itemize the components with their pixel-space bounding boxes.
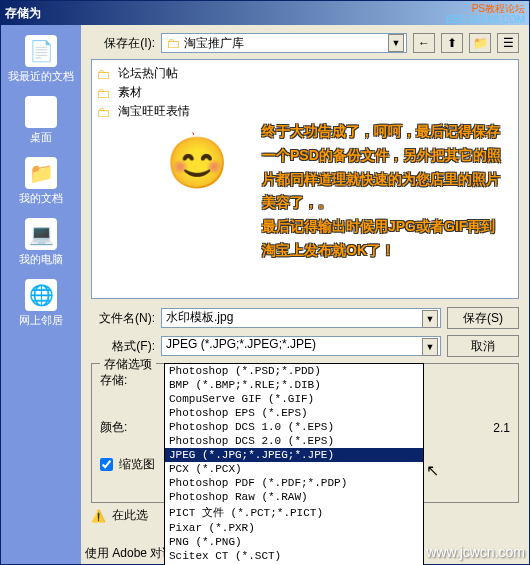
format-option[interactable]: Photoshop EPS (*.EPS) xyxy=(165,406,423,420)
view-menu-button[interactable]: ☰ xyxy=(497,33,519,53)
format-option[interactable]: PNG (*.PNG) xyxy=(165,535,423,549)
sidebar-icon: 🌐 xyxy=(25,279,57,311)
save-as-dialog: 存储为 PS教程论坛 BBS.16XX8.COM 📄我最近的文档🖥桌面📁我的文档… xyxy=(0,0,530,565)
file-item[interactable]: 🗀淘宝旺旺表情 xyxy=(96,102,514,121)
folder-icon: 🗀 xyxy=(96,66,110,82)
format-option[interactable]: PCX (*.PCX) xyxy=(165,462,423,476)
sidebar-item-0[interactable]: 📄我最近的文档 xyxy=(1,33,81,86)
sidebar-icon: 📄 xyxy=(25,35,57,67)
warning-text: 在此选 xyxy=(112,507,148,524)
file-item[interactable]: 🗀论坛热门帖 xyxy=(96,64,514,83)
sidebar-label: 网上邻居 xyxy=(1,313,81,328)
up-button[interactable]: ⬆ xyxy=(441,33,463,53)
folder-icon: 🗀 xyxy=(96,85,110,101)
sidebar-icon: 💻 xyxy=(25,218,57,250)
sidebar-item-3[interactable]: 💻我的电脑 xyxy=(1,216,81,269)
tip-text: 终于大功告成了，呵呵，最后记得保存一个PSD的备份文件，另外把其它的照片都同样道… xyxy=(262,120,502,263)
format-option[interactable]: Photoshop Raw (*.RAW) xyxy=(165,490,423,504)
format-dropdown-list[interactable]: Photoshop (*.PSD;*.PDD)BMP (*.BMP;*.RLE;… xyxy=(164,363,424,565)
filename-label: 文件名(N): xyxy=(91,310,155,327)
sidebar-icon: 🖥 xyxy=(25,96,57,128)
options-label: 存储选项 xyxy=(100,356,156,373)
sidebar-item-2[interactable]: 📁我的文档 xyxy=(1,155,81,208)
sidebar-label: 桌面 xyxy=(1,130,81,145)
store-label: 存储: xyxy=(100,372,127,389)
back-button[interactable]: ← xyxy=(413,33,435,53)
save-in-value: 淘宝推广库 xyxy=(184,35,244,52)
warning-icon: ⚠️ xyxy=(91,509,106,523)
format-option[interactable]: Photoshop DCS 1.0 (*.EPS) xyxy=(165,420,423,434)
sidebar-label: 我的电脑 xyxy=(1,252,81,267)
format-option[interactable]: BMP (*.BMP;*.RLE;*.DIB) xyxy=(165,378,423,392)
format-option[interactable]: Photoshop DCS 2.0 (*.EPS) xyxy=(165,434,423,448)
version-text: 2.1 xyxy=(493,421,510,435)
folder-icon: 🗀 xyxy=(166,35,180,51)
format-option[interactable]: JPEG (*.JPG;*.JPEG;*.JPE) xyxy=(165,448,423,462)
sidebar-icon: 📁 xyxy=(25,157,57,189)
format-option[interactable]: Photoshop PDF (*.PDF;*.PDP) xyxy=(165,476,423,490)
save-in-dropdown[interactable]: 🗀 淘宝推广库 xyxy=(161,33,407,53)
format-option[interactable]: PICT 文件 (*.PCT;*.PICT) xyxy=(165,504,423,521)
bottom-watermark: www.jcwcn.com xyxy=(426,544,525,560)
folder-icon: 🗀 xyxy=(96,104,110,120)
format-option[interactable]: Scitex CT (*.SCT) xyxy=(165,549,423,563)
sidebar-item-4[interactable]: 🌐网上邻居 xyxy=(1,277,81,330)
thumbnail-label: 缩览图 xyxy=(119,456,155,473)
format-option[interactable]: CompuServe GIF (*.GIF) xyxy=(165,392,423,406)
emoji-decoration: 、 😊 xyxy=(152,120,242,188)
format-option[interactable]: Pixar (*.PXR) xyxy=(165,521,423,535)
format-option[interactable]: Photoshop (*.PSD;*.PDD) xyxy=(165,364,423,378)
save-button[interactable]: 保存(S) xyxy=(447,307,519,329)
color-label: 颜色: xyxy=(100,419,127,436)
watermark: PS教程论坛 BBS.16XX8.COM xyxy=(446,3,525,25)
sidebar-item-1[interactable]: 🖥桌面 xyxy=(1,94,81,147)
sidebar-label: 我最近的文档 xyxy=(1,69,81,84)
thumbnail-checkbox[interactable] xyxy=(100,458,113,471)
titlebar[interactable]: 存储为 PS教程论坛 BBS.16XX8.COM xyxy=(1,1,529,25)
sidebar-label: 我的文档 xyxy=(1,191,81,206)
format-dropdown[interactable]: JPEG (*.JPG;*.JPEG;*.JPE) xyxy=(161,336,441,356)
format-label: 格式(F): xyxy=(91,338,155,355)
save-in-label: 保存在(I): xyxy=(91,35,155,52)
new-folder-button[interactable]: 📁 xyxy=(469,33,491,53)
file-item[interactable]: 🗀素材 xyxy=(96,83,514,102)
cancel-button[interactable]: 取消 xyxy=(447,335,519,357)
file-list[interactable]: 🗀论坛热门帖🗀素材🗀淘宝旺旺表情 、 😊 终于大功告成了，呵呵，最后记得保存一个… xyxy=(91,59,519,299)
filename-input[interactable]: 水印模板.jpg xyxy=(161,308,441,328)
places-sidebar: 📄我最近的文档🖥桌面📁我的文档💻我的电脑🌐网上邻居 xyxy=(1,25,81,564)
